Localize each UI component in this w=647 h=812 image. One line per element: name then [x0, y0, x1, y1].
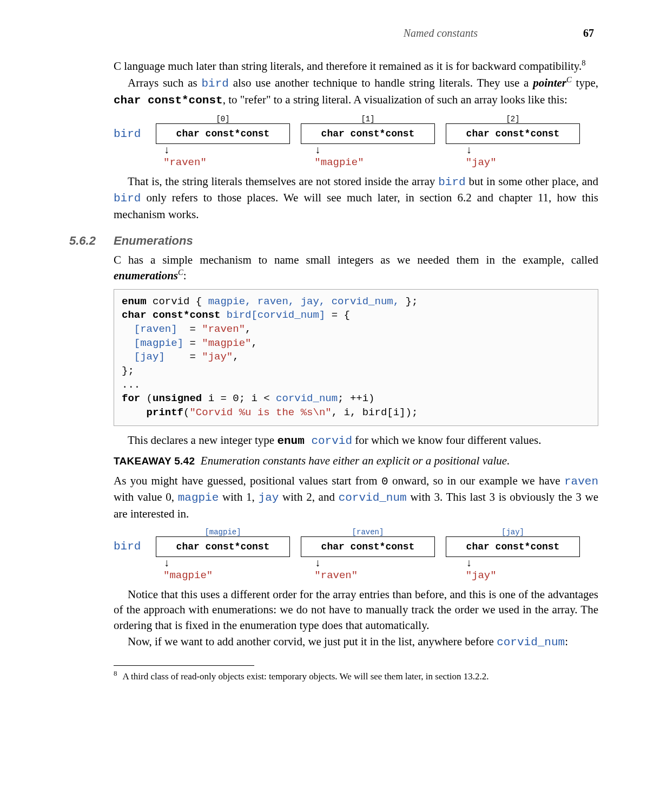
code-bird-3: bird: [114, 192, 141, 205]
diag2-val-2: "jay": [458, 569, 598, 581]
code-l4-id: [magpie]: [134, 337, 183, 349]
footnote-rule: [114, 665, 254, 666]
kw-enum-inline: enum: [277, 435, 304, 447]
code-l5-eq: =: [165, 351, 202, 363]
diag2-cell-1: char const*const: [301, 536, 435, 557]
para5-a: This declares a new integer type: [128, 434, 277, 447]
term-enumerations: enumerations: [114, 269, 178, 282]
code-l1b: };: [399, 296, 418, 307]
para6-d: with 1,: [219, 490, 258, 503]
para6-a: As you might have guessed, positional va…: [114, 474, 381, 487]
kw-for: for: [122, 392, 140, 404]
code-l9-pad: [122, 407, 147, 418]
diag1-cell-0: char const*const: [156, 123, 290, 144]
code-l3-end: ,: [245, 323, 251, 335]
code-corvid: corvid: [305, 435, 352, 447]
para5-b: for which we know four different values.: [352, 434, 542, 447]
code-l7: ...: [122, 379, 140, 391]
code-raven: raven: [564, 475, 598, 488]
para2-a: Arrays such as: [128, 76, 201, 89]
code-l9-str: "Corvid %u is the %s\n": [189, 407, 331, 418]
sup-c-2: C: [178, 268, 183, 277]
diag2-cell-0: char const*const: [156, 536, 290, 557]
paragraph-6: As you might have guessed, positional va…: [114, 473, 598, 521]
diag2-idx-2: [jay]: [446, 528, 580, 536]
down-arrow-icon: ↓: [458, 144, 598, 156]
diagram-bird-2: [magpie] [raven] [jay] bird char const*c…: [114, 528, 598, 581]
code-block-enum: enum corvid { magpie, raven, jay, corvid…: [114, 289, 598, 426]
down-arrow-icon: ↓: [307, 144, 447, 156]
diag1-cell-2: char const*const: [446, 123, 580, 144]
type-charconst: char const*const: [114, 94, 223, 107]
diag2-val-1: "raven": [307, 569, 447, 581]
code-corvidnum-1: corvid_num: [339, 492, 407, 504]
code-l4-str: "magpie": [202, 337, 251, 349]
paragraph-1: C language much later than string litera…: [114, 58, 598, 108]
para4-a: C has a simple mechanism to name small i…: [114, 253, 598, 266]
code-l9-a: (: [183, 407, 189, 418]
para6-c: with value 0,: [114, 490, 178, 503]
code-l4-end: ,: [251, 337, 257, 349]
code-bird-2: bird: [438, 176, 465, 188]
code-l5-str: "jay": [202, 351, 233, 363]
code-l1-ids: magpie, raven, jay, corvid_num,: [208, 296, 399, 307]
code-l3-id: [raven]: [134, 323, 177, 335]
code-l8-a: (: [140, 392, 153, 404]
diag1-val-0: "raven": [156, 156, 296, 168]
code-l6: };: [122, 365, 134, 377]
code-corvidnum-2: corvid_num: [497, 636, 565, 649]
diag2-label: bird: [114, 540, 156, 553]
code-l8-c: ; ++i): [338, 392, 374, 404]
diagram-bird-1: [0] [1] [2] bird char const*const char c…: [114, 115, 598, 168]
section-heading: 5.6.2 Enumerations: [49, 234, 598, 248]
diag1-idx-1: [1]: [301, 115, 435, 123]
paragraph-7: Notice that this uses a different order …: [114, 587, 598, 650]
paragraph-3: That is, the string literals themselves …: [114, 174, 598, 222]
code-l9-b: , i, bird[i]);: [332, 407, 418, 418]
diag2-idx-0: [magpie]: [156, 528, 290, 536]
code-l3-eq: =: [177, 323, 202, 335]
down-arrow-icon: ↓: [156, 557, 296, 569]
para2-b: also use another technique to handle str…: [229, 76, 533, 89]
term-pointer: pointer: [533, 76, 566, 89]
diag2-val-0: "magpie": [156, 569, 296, 581]
code-zero: 0: [381, 475, 388, 488]
code-l3-str: "raven": [202, 323, 245, 335]
para7-text: Notice that this uses a different order …: [114, 587, 598, 633]
kw-printf: printf: [147, 407, 183, 418]
running-header: Named constants 67: [49, 27, 598, 40]
header-section-title: Named constants: [404, 27, 478, 39]
para6-e: with 2, and: [279, 490, 338, 503]
kw-unsigned: unsigned: [153, 392, 202, 404]
diag1-val-1: "magpie": [307, 156, 447, 168]
diag1-cell-1: char const*const: [301, 123, 435, 144]
para3-a: That is, the string literals themselves …: [128, 175, 438, 188]
takeaway-5-42: TAKEAWAY 5.42 Enumeration constants have…: [114, 454, 598, 468]
diag2-idx-1: [raven]: [301, 528, 435, 536]
footnote-number: 8: [114, 669, 117, 677]
down-arrow-icon: ↓: [458, 557, 598, 569]
code-bird-1: bird: [201, 77, 228, 90]
page-number: 67: [583, 27, 594, 39]
kw-charconst: char const*const: [122, 309, 220, 321]
footnote-ref-8: 8: [582, 58, 585, 67]
paragraph-4: C has a simple mechanism to name small i…: [114, 252, 598, 284]
para3-b: but in some other place, and: [466, 175, 598, 188]
code-l1a: corvid {: [147, 296, 208, 307]
code-l5-end: ,: [233, 351, 239, 363]
code-l8-id: corvid_num: [276, 392, 338, 404]
code-l4-eq: =: [183, 337, 202, 349]
footnote-text: A third class of read-only objects exist…: [123, 671, 489, 682]
code-l8-b: i = 0; i <: [202, 392, 276, 404]
down-arrow-icon: ↓: [307, 557, 447, 569]
diag2-cell-2: char const*const: [446, 536, 580, 557]
code-l5-id: [jay]: [134, 351, 165, 363]
sup-c-1: C: [566, 75, 572, 84]
para3-c: only refers to those places. We will see…: [114, 191, 598, 220]
para2-c: type,: [572, 76, 598, 89]
section-title: Enumerations: [114, 234, 193, 248]
code-jay: jay: [259, 492, 279, 504]
diag1-idx-2: [2]: [446, 115, 580, 123]
paragraph-5: This declares a new integer type enum co…: [114, 433, 598, 449]
para2-d: , to "refer" to a string literal. A visu…: [223, 93, 567, 106]
